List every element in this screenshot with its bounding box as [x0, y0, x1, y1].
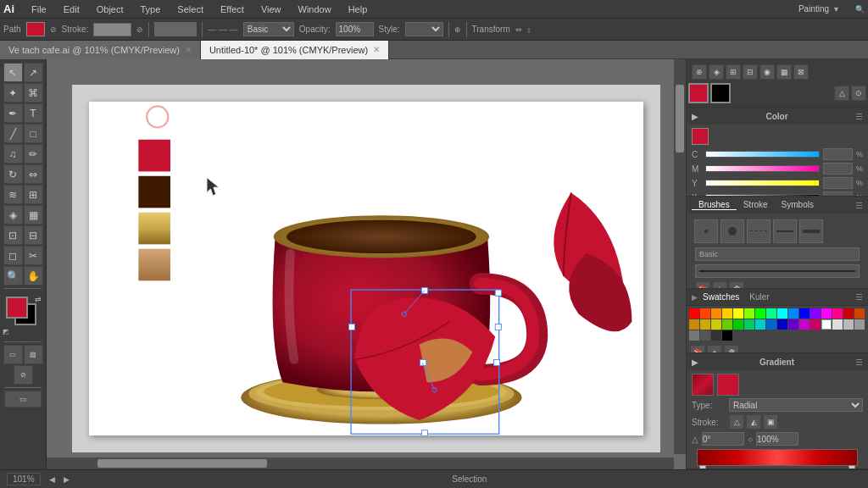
swatch-dark-amber[interactable]: [689, 319, 699, 330]
gradient-stroke-icon1[interactable]: △: [729, 414, 744, 430]
menu-effect[interactable]: Effect: [217, 4, 248, 14]
brushes-panel-header[interactable]: Brushes Stroke Symbols ☰: [687, 197, 868, 214]
tab-1[interactable]: Untitled-10* @ 101% (CMYK/Preview) ✕: [201, 41, 389, 59]
brush-item-line3[interactable]: [799, 219, 823, 243]
toggle-fill-stroke[interactable]: ▭: [3, 345, 23, 364]
swatch-mid-gray[interactable]: [854, 319, 865, 330]
shape-tool[interactable]: □: [24, 124, 43, 143]
rotate-tool[interactable]: ↻: [3, 164, 23, 184]
tab-swatches[interactable]: Swatches: [703, 292, 739, 302]
swatch-black[interactable]: [722, 330, 732, 341]
swatches-options[interactable]: ☰: [855, 292, 863, 302]
swatch-azure[interactable]: [788, 308, 798, 319]
swatch-brown-orange[interactable]: [854, 308, 865, 319]
right-icon-5[interactable]: ◉: [760, 64, 775, 80]
gradient-aspect-input[interactable]: [756, 432, 798, 446]
gradient-angle-input[interactable]: [702, 432, 744, 446]
menu-type[interactable]: Type: [137, 4, 164, 14]
swap-colors-icon[interactable]: ⇄: [35, 295, 42, 303]
selection-tool[interactable]: ↖: [3, 63, 23, 82]
options-icon[interactable]: ⊕: [454, 25, 461, 34]
color-panel-header[interactable]: ▶ Color ☰: [687, 108, 868, 125]
menu-help[interactable]: Help: [345, 4, 371, 14]
swatch-near-black[interactable]: [711, 330, 721, 341]
swatch-dark-red[interactable]: [843, 308, 854, 319]
m-slider[interactable]: [705, 165, 820, 172]
menu-object[interactable]: Object: [93, 4, 127, 14]
right-icon-1[interactable]: ⊕: [692, 64, 707, 80]
c-slider[interactable]: [705, 151, 820, 158]
gradient-stroke-icon3[interactable]: ▣: [763, 414, 778, 430]
swatch-purple[interactable]: [788, 319, 798, 330]
change-screen-mode[interactable]: ▭: [4, 391, 42, 408]
vertical-scrollbar-thumb[interactable]: [676, 85, 684, 152]
pencil-tool[interactable]: ✏: [24, 144, 43, 164]
panel-fg-swatch[interactable]: [688, 83, 709, 103]
swatch-new-icon[interactable]: +: [707, 345, 722, 353]
style-select[interactable]: [405, 22, 443, 36]
right-icon-6[interactable]: ▦: [776, 64, 792, 80]
symbol-tool[interactable]: ◈: [3, 205, 23, 225]
swatch-cyan[interactable]: [777, 308, 787, 319]
right-icon-7[interactable]: ⊠: [793, 64, 809, 80]
swatch-lime[interactable]: [722, 319, 732, 330]
swatch-magenta[interactable]: [821, 308, 832, 319]
status-arrow-right[interactable]: ▶: [64, 475, 70, 484]
swatch-blue[interactable]: [799, 308, 810, 319]
y-value[interactable]: [823, 177, 853, 189]
tab-0[interactable]: Ve tach cafe.ai @ 101% (CMYK/Preview) ✕: [0, 41, 201, 59]
magic-wand-tool[interactable]: ✦: [3, 83, 23, 103]
swatch-amber[interactable]: [722, 308, 732, 319]
swatch-dark-blue[interactable]: [777, 319, 787, 330]
gradient-button[interactable]: ▨: [24, 345, 43, 364]
tab-1-close[interactable]: ✕: [373, 45, 380, 54]
none-button[interactable]: ⊘: [14, 365, 33, 385]
swatch-emerald[interactable]: [744, 319, 754, 330]
m-value[interactable]: [823, 163, 853, 175]
white-canvas[interactable]: [89, 102, 643, 435]
zoom-level[interactable]: 101%: [7, 473, 41, 485]
right-icon-2[interactable]: ◈: [709, 64, 724, 80]
zoom-tool[interactable]: 🔍: [3, 266, 23, 286]
type-tool[interactable]: T: [24, 103, 43, 123]
brush-item-dot-md[interactable]: [721, 219, 744, 243]
swatch-cobalt[interactable]: [766, 319, 776, 330]
swatch-red[interactable]: [689, 308, 699, 319]
brush-item-line1[interactable]: [747, 219, 771, 243]
swatch-gray[interactable]: [843, 319, 854, 330]
eraser-tool[interactable]: ◻: [3, 246, 23, 265]
swatch-green[interactable]: [755, 308, 765, 319]
gradient-type-select[interactable]: Radial: [729, 398, 863, 412]
swatch-dark-magenta[interactable]: [799, 319, 810, 330]
scissors-tool[interactable]: ✂: [24, 246, 43, 265]
swatch-spring-green[interactable]: [766, 308, 776, 319]
vertical-scrollbar[interactable]: [674, 59, 686, 454]
brush-item-dot-sm[interactable]: [694, 219, 718, 243]
swatch-white[interactable]: [821, 319, 832, 330]
color-panel-options[interactable]: ☰: [855, 112, 863, 121]
horizontal-scrollbar[interactable]: [47, 458, 674, 469]
swatch-yellow[interactable]: [733, 308, 743, 319]
stroke-swatch[interactable]: [93, 23, 131, 36]
swatch-lib-icon[interactable]: 📚: [690, 345, 705, 353]
swatch-del-icon[interactable]: 🗑: [724, 345, 739, 353]
right-icon-4[interactable]: ⊟: [743, 64, 758, 80]
swatch-dark-gray[interactable]: [689, 330, 699, 341]
brush-item-line2[interactable]: [773, 219, 797, 243]
transform-icon1[interactable]: ⇔: [515, 25, 522, 34]
tab-0-close[interactable]: ✕: [185, 45, 192, 54]
swatch-violet[interactable]: [810, 308, 821, 319]
swatch-light-gray[interactable]: [832, 319, 843, 330]
menu-edit[interactable]: Edit: [60, 4, 83, 14]
tab-symbols[interactable]: Symbols: [775, 200, 821, 210]
brush-style-select[interactable]: Basic: [243, 22, 294, 36]
swatch-gold[interactable]: [700, 319, 710, 330]
line-tool[interactable]: ╱: [3, 124, 23, 143]
tab-kuler[interactable]: Kuler: [749, 292, 769, 302]
brushes-panel-options[interactable]: ☰: [855, 201, 863, 210]
transform-icon2[interactable]: ↕: [527, 25, 531, 34]
swatch-crimson[interactable]: [810, 319, 821, 330]
horizontal-scrollbar-thumb[interactable]: [97, 459, 267, 468]
brush-new-icon[interactable]: +: [712, 281, 727, 289]
graph-tool[interactable]: ▦: [24, 205, 43, 225]
